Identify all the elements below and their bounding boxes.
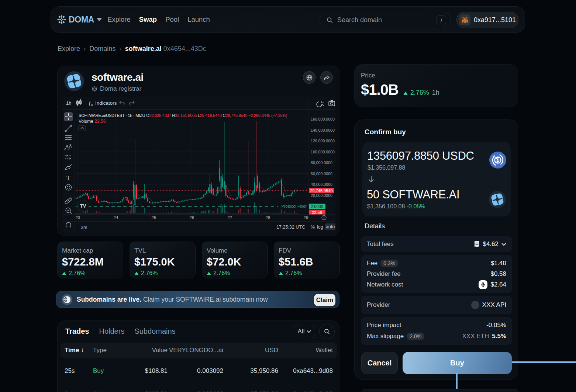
svg-text:TV: TV [80, 203, 86, 209]
svg-text:Protocol Floor: Protocol Floor [282, 204, 307, 208]
svg-text:T: T [66, 174, 70, 181]
svg-text:28: 28 [266, 215, 270, 220]
svg-text:3m: 3m [81, 225, 87, 230]
svg-text:17:25:32 UTC: 17:25:32 UTC [276, 225, 305, 230]
svg-text:60,000.0000: 60,000.0000 [311, 171, 332, 176]
svg-text:29,745.9540: 29,745.9540 [310, 188, 332, 193]
svg-text:27: 27 [228, 215, 232, 220]
svg-text:23: 23 [76, 215, 80, 220]
svg-text:log: log [317, 225, 323, 230]
svg-text:25: 25 [152, 215, 156, 220]
svg-text:SOFTWARE.ai/USDTEST · 1h · MIZ: SOFTWARE.ai/USDTEST · 1h · MIZU O32,038.… [79, 113, 287, 118]
svg-text:Indicators: Indicators [95, 100, 117, 106]
svg-text:24: 24 [114, 215, 118, 220]
svg-text:Volume 22.56: Volume 22.56 [79, 119, 106, 124]
svg-text:%: % [311, 225, 315, 230]
svg-text:22.56: 22.56 [312, 210, 322, 215]
svg-text:26: 26 [190, 215, 194, 220]
svg-text:40,000.0000: 40,000.0000 [311, 182, 332, 187]
svg-text:29: 29 [304, 215, 308, 220]
svg-text:x: x [91, 103, 93, 107]
svg-text:1h: 1h [66, 100, 71, 106]
svg-text:100,000.0000: 100,000.0000 [311, 150, 335, 154]
svg-text:2.0000: 2.0000 [311, 204, 323, 209]
svg-text:auto: auto [326, 224, 335, 229]
svg-text:160,000.0000: 160,000.0000 [311, 117, 335, 121]
svg-text:120,000.0000: 120,000.0000 [311, 139, 335, 143]
svg-text:20,000.0000: 20,000.0000 [311, 193, 332, 198]
svg-text:80,000.0000: 80,000.0000 [311, 160, 332, 165]
svg-text:140,000.0000: 140,000.0000 [311, 128, 335, 132]
